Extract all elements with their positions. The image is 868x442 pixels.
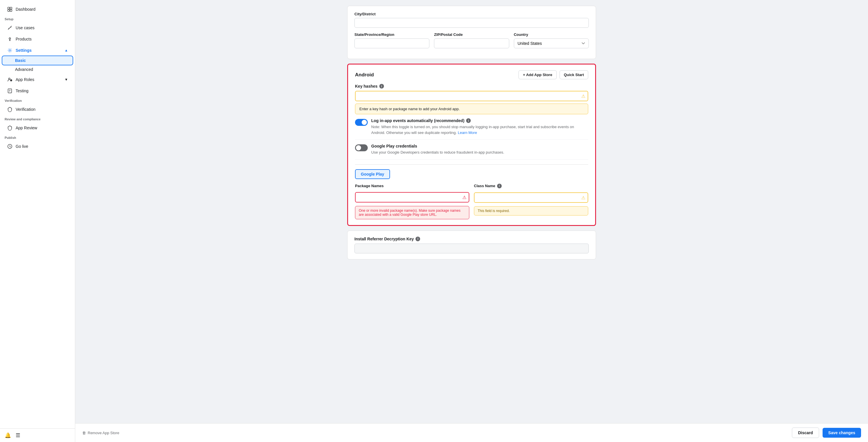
android-actions: + Add App Store Quick Start — [519, 70, 588, 79]
referrer-input[interactable] — [354, 244, 589, 253]
dashboard-icon — [7, 6, 13, 12]
setup-section-label: Setup — [0, 15, 75, 22]
class-name-label: Class Name i — [474, 184, 588, 188]
zip-input[interactable] — [434, 38, 509, 48]
address-card: City/District State/Province/Region ZIP/… — [347, 6, 596, 59]
log-events-content: Log in-app events automatically (recomme… — [371, 118, 588, 135]
app-review-label: App Review — [16, 126, 37, 130]
svg-point-4 — [9, 38, 10, 39]
bell-icon[interactable]: 🔔 — [5, 432, 11, 439]
settings-label: Settings — [16, 48, 32, 53]
class-name-info-icon[interactable]: i — [497, 184, 502, 188]
class-name-input-wrapper: ⚠ — [474, 192, 588, 203]
verification-icon — [7, 106, 13, 112]
testing-label: Testing — [16, 89, 28, 93]
app-roles-label: App Roles — [16, 77, 34, 82]
google-play-creds-desc: Use your Google Developers credentials t… — [371, 150, 588, 155]
sidebar-item-testing[interactable]: Testing — [2, 85, 73, 96]
app-roles-chevron-icon: ▼ — [64, 77, 68, 82]
testing-icon — [7, 88, 13, 94]
dashboard-label: Dashboard — [16, 7, 36, 11]
state-group: State/Province/Region — [354, 32, 429, 48]
sidebar-item-advanced[interactable]: Advanced — [2, 65, 73, 74]
sidebar-item-dashboard[interactable]: Dashboard — [2, 4, 73, 15]
class-name-warn-icon: ⚠ — [581, 195, 585, 200]
key-hashes-input[interactable] — [355, 91, 588, 101]
google-play-tab[interactable]: Google Play — [355, 169, 390, 179]
products-label: Products — [16, 37, 32, 41]
log-events-info-icon[interactable]: i — [466, 118, 471, 123]
sidebar-item-settings[interactable]: Settings ▲ — [2, 45, 73, 56]
log-events-toggle[interactable] — [355, 119, 368, 126]
svg-point-6 — [9, 78, 10, 80]
sidebar-footer: 🔔 ☰ — [0, 429, 75, 442]
city-row: City/District — [354, 12, 589, 28]
city-input[interactable] — [354, 18, 589, 28]
log-events-toggle-row: Log in-app events automatically (recomme… — [355, 114, 588, 140]
key-hashes-hint: Enter a key hash or package name to add … — [355, 103, 588, 114]
settings-icon — [7, 48, 13, 53]
package-names-input[interactable] — [355, 192, 469, 202]
svg-point-5 — [9, 50, 10, 51]
address-row: State/Province/Region ZIP/Postal Code Co… — [354, 32, 589, 48]
trash-icon: 🗑 — [82, 431, 86, 435]
sidebar-item-use-cases[interactable]: Use cases — [2, 22, 73, 33]
settings-chevron-icon: ▲ — [64, 48, 68, 52]
discard-button[interactable]: Discard — [792, 428, 819, 438]
divider — [355, 164, 588, 165]
advanced-label: Advanced — [15, 67, 33, 72]
key-hashes-input-wrapper: ⚠ — [355, 91, 588, 101]
go-live-icon — [7, 144, 13, 149]
menu-icon[interactable]: ☰ — [16, 432, 20, 439]
package-names-error-icon: ⚠ — [462, 194, 466, 200]
basic-label: Basic — [15, 58, 26, 63]
svg-rect-0 — [8, 7, 9, 9]
verification-label: Verification — [16, 107, 35, 112]
svg-rect-2 — [8, 9, 9, 11]
go-live-label: Go live — [16, 144, 28, 149]
city-group: City/District — [354, 12, 589, 28]
state-input[interactable] — [354, 38, 429, 48]
package-names-error: One or more invalid package name(s). Mak… — [355, 206, 469, 219]
android-title: Android — [355, 72, 374, 78]
sidebar-nav: Dashboard Setup Use cases Products Setti… — [0, 0, 75, 429]
svg-rect-8 — [8, 89, 12, 93]
google-play-creds-content: Google Play credentials Use your Google … — [371, 144, 588, 155]
google-play-creds-title: Google Play credentials — [371, 144, 588, 148]
sidebar-item-verification[interactable]: Verification — [2, 104, 73, 115]
class-name-input[interactable] — [474, 192, 588, 203]
package-names-label: Package Names — [355, 184, 469, 188]
sidebar-item-go-live[interactable]: Go live — [2, 141, 73, 152]
content-inner: City/District State/Province/Region ZIP/… — [341, 0, 602, 265]
zip-group: ZIP/Postal Code — [434, 32, 509, 48]
products-icon — [7, 36, 13, 42]
svg-rect-3 — [10, 9, 12, 11]
package-names-group: Package Names ⚠ One or more invalid pack… — [355, 184, 469, 219]
learn-more-link[interactable]: Learn More — [458, 130, 477, 135]
class-name-group: Class Name i ⚠ This field is required. — [474, 184, 588, 219]
country-group: Country United States — [514, 32, 589, 48]
remove-app-store-button[interactable]: 🗑 Remove App Store — [82, 431, 119, 435]
android-card: Android + Add App Store Quick Start Key … — [347, 64, 596, 226]
zip-label: ZIP/Postal Code — [434, 32, 509, 37]
sidebar-item-basic[interactable]: Basic — [2, 56, 73, 65]
verification-section-label: Verification — [0, 97, 75, 103]
google-play-creds-toggle[interactable] — [355, 144, 368, 151]
log-events-desc: Note: When this toggle is turned on, you… — [371, 124, 588, 135]
package-class-row: Package Names ⚠ One or more invalid pack… — [355, 184, 588, 219]
sidebar-item-products[interactable]: Products — [2, 34, 73, 44]
add-app-store-button[interactable]: + Add App Store — [519, 70, 556, 79]
android-header: Android + Add App Store Quick Start — [355, 70, 588, 79]
sidebar-item-app-roles[interactable]: App Roles ▼ — [2, 74, 73, 85]
save-changes-button[interactable]: Save changes — [823, 428, 861, 438]
key-hashes-info-icon[interactable]: i — [379, 84, 384, 89]
state-label: State/Province/Region — [354, 32, 429, 37]
country-select[interactable]: United States — [514, 38, 589, 48]
quick-start-button[interactable]: Quick Start — [560, 70, 588, 79]
package-names-input-wrapper: ⚠ — [355, 192, 469, 202]
google-play-creds-toggle-row: Google Play credentials Use your Google … — [355, 140, 588, 160]
referrer-info-icon[interactable]: i — [415, 236, 420, 241]
sidebar-item-app-review[interactable]: App Review — [2, 122, 73, 133]
key-hashes-label: Key hashes i — [355, 84, 588, 89]
app-roles-icon — [7, 77, 13, 83]
